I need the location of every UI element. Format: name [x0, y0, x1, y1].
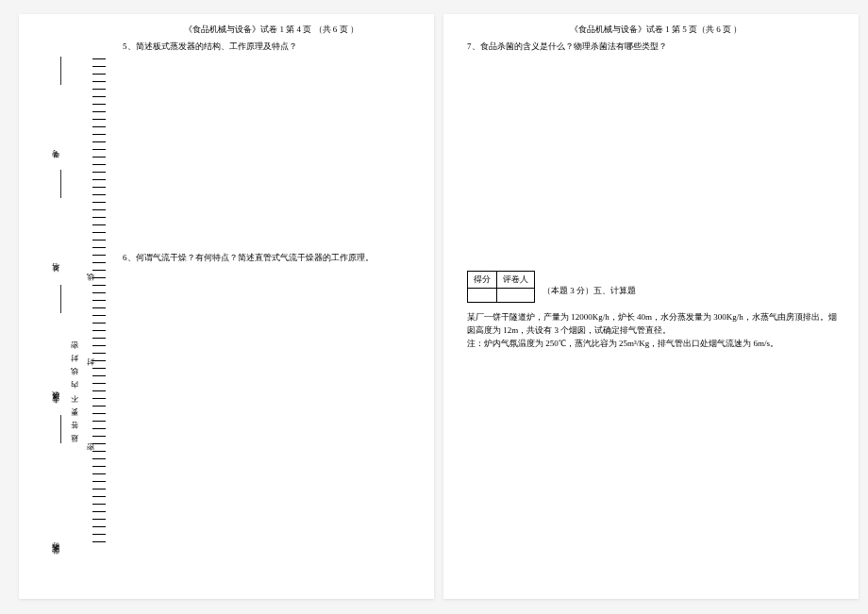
label-class: 专业班级：: [52, 316, 62, 410]
score-header-score: 得分: [468, 271, 497, 288]
underline: [60, 170, 61, 198]
label-name: 姓名：: [52, 203, 62, 278]
seal-line-text: 题答要不内线封密: [71, 184, 81, 448]
binding-margin: 学院名称 专业班级： 姓名： 学号： 题答要不内线封密 密封线: [19, 14, 118, 599]
label-id: 学号：: [52, 90, 62, 165]
tick-marks: [90, 52, 108, 561]
score-header-grader: 评卷人: [497, 271, 535, 288]
section-5-title: （本题 3 分）五、计算题: [542, 285, 636, 303]
page-header-left: 《食品机械与设备》试卷 1 第 4 页 （共 6 页 ）: [123, 24, 420, 36]
underline: [60, 57, 61, 85]
question-5: 5、简述板式蒸发器的结构、工作原理及特点？: [123, 41, 420, 54]
underline: [60, 415, 61, 443]
left-content: 《食品机械与设备》试卷 1 第 4 页 （共 6 页 ） 5、简述板式蒸发器的结…: [123, 24, 420, 270]
score-section: 得分 评卷人 （本题 3 分）五、计算题: [467, 271, 844, 303]
question-7: 7、食品杀菌的含义是什么？物理杀菌法有哪些类型？: [467, 41, 844, 54]
score-cell-empty: [468, 288, 497, 302]
page-header-right: 《食品机械与设备》试卷 1 第 5 页（共 6 页 ）: [467, 24, 844, 36]
grader-cell-empty: [497, 288, 535, 302]
problem-line-1: 某厂一饼干隧道炉，产量为 12000Kg/h，炉长 40m，水分蒸发量为 300…: [467, 312, 837, 335]
underline: [60, 285, 61, 313]
left-page: 学院名称 专业班级： 姓名： 学号： 题答要不内线封密 密封线 《食品机械与设备…: [19, 14, 434, 599]
label-school: 学院名称: [52, 448, 62, 561]
score-table: 得分 评卷人: [467, 271, 535, 303]
problem-line-2: 注：炉内气氛温度为 250℃，蒸汽比容为 25m³/Kg，排气管出口处烟气流速为…: [467, 339, 778, 348]
right-page: 《食品机械与设备》试卷 1 第 5 页（共 6 页 ） 7、食品杀菌的含义是什么…: [443, 14, 859, 599]
calculation-problem: 某厂一饼干隧道炉，产量为 12000Kg/h，炉长 40m，水分蒸发量为 300…: [467, 310, 844, 351]
right-content: 《食品机械与设备》试卷 1 第 5 页（共 6 页 ） 7、食品杀菌的含义是什么…: [467, 24, 844, 351]
question-6: 6、何谓气流干燥？有何特点？简述直管式气流干燥器的工作原理。: [123, 252, 420, 265]
